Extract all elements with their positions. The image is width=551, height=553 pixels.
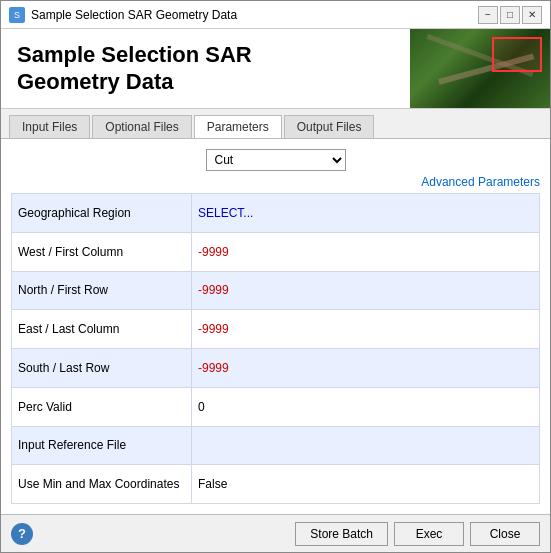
close-button[interactable]: Close bbox=[470, 522, 540, 546]
param-label-geo-region: Geographical Region bbox=[12, 194, 192, 233]
table-row: Input Reference File bbox=[12, 426, 540, 465]
tab-optional-files-label: Optional Files bbox=[105, 120, 178, 134]
app-icon: S bbox=[9, 7, 25, 23]
param-value-min-max[interactable]: False bbox=[192, 465, 540, 504]
table-row: South / Last Row -9999 bbox=[12, 349, 540, 388]
header-title-area: Sample Selection SAR Geometry Data bbox=[1, 29, 410, 108]
param-label-input-ref: Input Reference File bbox=[12, 426, 192, 465]
minimize-button[interactable]: − bbox=[478, 6, 498, 24]
tab-optional-files[interactable]: Optional Files bbox=[92, 115, 191, 138]
param-label-perc-valid: Perc Valid bbox=[12, 387, 192, 426]
table-row: North / First Row -9999 bbox=[12, 271, 540, 310]
app-icon-letter: S bbox=[14, 10, 20, 20]
param-value-west-col[interactable]: -9999 bbox=[192, 232, 540, 271]
mode-dropdown-row: Cut Resample None bbox=[11, 149, 540, 171]
bottom-bar: ? Store Batch Exec Close bbox=[1, 514, 550, 552]
tab-input-files-label: Input Files bbox=[22, 120, 77, 134]
table-row: Use Min and Max Coordinates False bbox=[12, 465, 540, 504]
title-bar: S Sample Selection SAR Geometry Data − □… bbox=[1, 1, 550, 29]
header-banner: Sample Selection SAR Geometry Data bbox=[1, 29, 550, 109]
table-row: Perc Valid 0 bbox=[12, 387, 540, 426]
table-row: Geographical Region SELECT... bbox=[12, 194, 540, 233]
header-image-background bbox=[410, 29, 550, 108]
tab-parameters[interactable]: Parameters bbox=[194, 115, 282, 138]
store-batch-button[interactable]: Store Batch bbox=[295, 522, 388, 546]
tab-parameters-label: Parameters bbox=[207, 120, 269, 134]
header-title-line1: Sample Selection SAR bbox=[17, 42, 252, 68]
exec-button[interactable]: Exec bbox=[394, 522, 464, 546]
help-button[interactable]: ? bbox=[11, 523, 33, 545]
tab-output-files-label: Output Files bbox=[297, 120, 362, 134]
main-window: S Sample Selection SAR Geometry Data − □… bbox=[0, 0, 551, 553]
restore-button[interactable]: □ bbox=[500, 6, 520, 24]
tabs-bar: Input Files Optional Files Parameters Ou… bbox=[1, 109, 550, 139]
param-value-geo-region[interactable]: SELECT... bbox=[192, 194, 540, 233]
param-label-west-col: West / First Column bbox=[12, 232, 192, 271]
table-row: East / Last Column -9999 bbox=[12, 310, 540, 349]
param-value-south-row[interactable]: -9999 bbox=[192, 349, 540, 388]
content-area: Cut Resample None Advanced Parameters Ge… bbox=[1, 139, 550, 514]
param-value-east-col[interactable]: -9999 bbox=[192, 310, 540, 349]
tab-output-files[interactable]: Output Files bbox=[284, 115, 375, 138]
advanced-link-row: Advanced Parameters bbox=[11, 175, 540, 189]
param-label-south-row: South / Last Row bbox=[12, 349, 192, 388]
advanced-parameters-link[interactable]: Advanced Parameters bbox=[421, 175, 540, 189]
param-value-perc-valid[interactable]: 0 bbox=[192, 387, 540, 426]
param-label-east-col: East / Last Column bbox=[12, 310, 192, 349]
param-value-input-ref[interactable] bbox=[192, 426, 540, 465]
tab-input-files[interactable]: Input Files bbox=[9, 115, 90, 138]
param-value-north-row[interactable]: -9999 bbox=[192, 271, 540, 310]
params-table: Geographical Region SELECT... West / Fir… bbox=[11, 193, 540, 504]
window-close-button[interactable]: ✕ bbox=[522, 6, 542, 24]
table-row: West / First Column -9999 bbox=[12, 232, 540, 271]
header-title: Sample Selection SAR Geometry Data bbox=[17, 42, 252, 95]
param-label-min-max: Use Min and Max Coordinates bbox=[12, 465, 192, 504]
bottom-left: ? bbox=[11, 523, 33, 545]
header-title-line2: Geometry Data bbox=[17, 69, 252, 95]
param-label-north-row: North / First Row bbox=[12, 271, 192, 310]
title-bar-buttons: − □ ✕ bbox=[478, 6, 542, 24]
mode-select[interactable]: Cut Resample None bbox=[206, 149, 346, 171]
header-image-selection-box bbox=[492, 37, 542, 72]
header-image bbox=[410, 29, 550, 108]
window-title: Sample Selection SAR Geometry Data bbox=[31, 8, 478, 22]
